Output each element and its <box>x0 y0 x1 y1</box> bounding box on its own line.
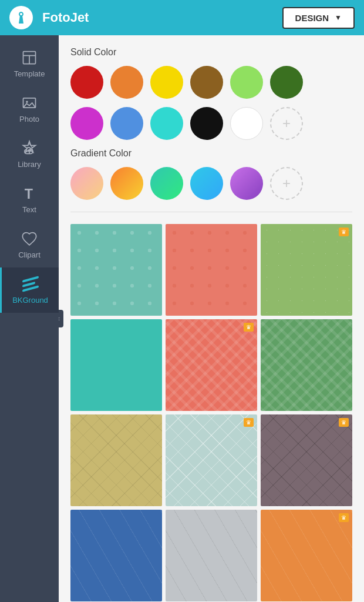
clipart-icon <box>21 230 38 247</box>
color-purple[interactable] <box>70 107 103 140</box>
bg-item-gray-triangle[interactable] <box>166 510 257 601</box>
sidebar: Template Photo Library <box>0 35 59 602</box>
sidebar-item-text[interactable]: T Text <box>0 177 59 222</box>
add-solid-color-button[interactable]: + <box>270 107 303 140</box>
logo-text: FotoJet <box>42 10 89 25</box>
bkground-label: BKGround <box>12 296 48 305</box>
content-panel[interactable]: Solid Color + Gradient Color + <box>59 35 364 602</box>
gradient-color-row: + <box>70 167 352 200</box>
bg-item-teal-dots[interactable] <box>70 224 162 316</box>
solid-color-row-1 <box>70 66 352 99</box>
crown-badge: ♛ <box>339 418 349 427</box>
color-darkgreen[interactable] <box>270 66 303 99</box>
crown-badge: ♛ <box>339 228 349 236</box>
bg-item-blue-triangle[interactable] <box>70 510 162 601</box>
crown-badge: ♛ <box>244 418 254 427</box>
gradient-orange-yellow[interactable] <box>110 167 143 200</box>
sidebar-item-photo[interactable]: Photo <box>0 86 59 132</box>
bg-item-green-dots[interactable]: ♛ <box>261 224 352 316</box>
library-label: Library <box>18 160 41 169</box>
background-grid: ♛ ♛ ♛ ♛ ♛ <box>70 224 352 601</box>
bg-item-coral-dots[interactable] <box>166 224 257 316</box>
bg-item-teal-solid[interactable] <box>70 319 162 411</box>
solid-color-row-2: + <box>70 107 352 140</box>
gradient-cyan-blue[interactable] <box>190 167 223 200</box>
svg-point-4 <box>26 101 28 103</box>
section-divider <box>70 212 352 212</box>
bg-item-orange-triangle[interactable]: ♛ <box>261 510 352 601</box>
sidebar-item-clipart[interactable]: Clipart <box>0 222 59 267</box>
color-blue[interactable] <box>110 107 143 140</box>
bg-item-tan-diamond[interactable] <box>70 414 162 506</box>
sidebar-item-bkground[interactable]: BKGround <box>0 267 59 313</box>
main-layout: Template Photo Library <box>0 35 364 602</box>
color-orange[interactable] <box>110 66 143 99</box>
text-label: Text <box>22 205 36 214</box>
photo-icon <box>21 95 38 111</box>
color-lightgreen[interactable] <box>230 66 263 99</box>
text-icon: T <box>21 185 38 202</box>
bkground-icon <box>22 273 39 295</box>
svg-text:T: T <box>25 186 33 202</box>
sidebar-item-template[interactable]: Template <box>0 41 59 86</box>
add-gradient-button[interactable]: + <box>270 167 303 200</box>
gradient-teal-green[interactable] <box>150 167 183 200</box>
color-brown[interactable] <box>190 66 223 99</box>
color-black[interactable] <box>190 107 223 140</box>
crown-badge: ♛ <box>339 513 349 522</box>
gradient-color-title: Gradient Color <box>70 148 352 159</box>
color-red[interactable] <box>70 66 103 99</box>
photo-label: Photo <box>19 115 39 123</box>
template-icon <box>21 49 38 66</box>
design-label: DESIGN <box>295 13 329 23</box>
library-icon <box>21 140 38 156</box>
sidebar-item-library[interactable]: Library <box>0 132 59 177</box>
color-teal[interactable] <box>150 107 183 140</box>
solid-color-title: Solid Color <box>70 47 352 58</box>
bg-item-coral-weave[interactable]: ♛ <box>166 319 257 411</box>
collapse-arrow[interactable]: ‹ <box>59 310 63 327</box>
logo-icon <box>9 6 33 29</box>
design-dropdown[interactable]: DESIGN ▼ <box>282 7 355 29</box>
color-yellow[interactable] <box>150 66 183 99</box>
bg-item-green-weave[interactable] <box>261 319 352 411</box>
header: FotoJet DESIGN ▼ <box>0 0 364 35</box>
clipart-label: Clipart <box>18 250 41 259</box>
color-white[interactable] <box>230 107 263 140</box>
gradient-purple-violet[interactable] <box>230 167 263 200</box>
gradient-pink-yellow[interactable] <box>70 167 103 200</box>
template-label: Template <box>14 69 45 78</box>
bg-item-lightblue-diamond[interactable]: ♛ <box>166 414 257 506</box>
crown-badge: ♛ <box>244 323 254 332</box>
bg-item-mauve-diamond[interactable]: ♛ <box>261 414 352 506</box>
dropdown-arrow: ▼ <box>335 14 342 22</box>
